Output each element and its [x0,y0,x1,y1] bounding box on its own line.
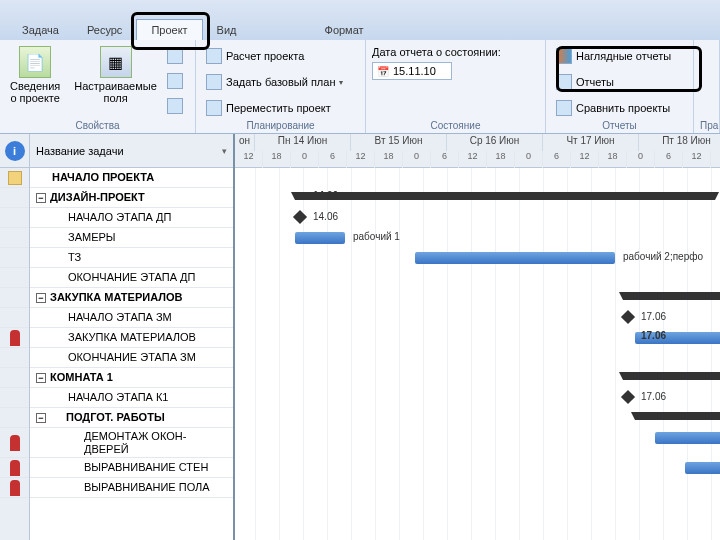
task-name: ДЕМОНТАЖ ОКОН-ДВЕРЕЙ [36,430,227,454]
flag-icon [8,171,22,185]
timescale-hour: 12 [459,151,487,168]
task-row[interactable]: ТЗ [30,248,233,268]
task-row[interactable]: ЗАКУПКА МАТЕРИАЛОВ [30,328,233,348]
group-status: Дата отчета о состоянии: 📅 15.11.10 Сост… [366,40,546,133]
task-name: НАЧАЛО ЭТАПА ЗМ [36,311,172,323]
timescale-hour: 18 [599,151,627,168]
task-row[interactable]: ВЫРАВНИВАНИЕ СТЕН [30,458,233,478]
status-date-input[interactable]: 📅 15.11.10 [372,62,452,80]
gantt-bar[interactable] [295,192,715,200]
move-project-button[interactable]: Переместить проект [202,98,347,118]
gantt-bar[interactable] [635,412,720,420]
misc-icon-3[interactable] [167,98,183,114]
project-info-button[interactable]: 📄 Сведения о проекте [6,44,64,118]
task-row[interactable]: НАЧАЛО ЭТАПА ЗМ [30,308,233,328]
milestone[interactable] [621,310,635,324]
main-area: i Название задачи ▾ НАЧАЛО ПРОЕКТА−ДИЗАЙ… [0,134,720,540]
task-name: ВЫРАВНИВАНИЕ СТЕН [36,461,208,473]
resource-icon [10,460,20,476]
task-name: ОКОНЧАНИЕ ЭТАПА ЗМ [36,351,196,363]
timescale-day: Ср 16 Июн [447,134,543,151]
group-planning: Расчет проекта Задать базовый план▾ Пере… [196,40,366,133]
gantt-bar[interactable] [415,252,615,264]
tab-task[interactable]: Задача [8,20,73,40]
collapse-icon[interactable]: − [36,373,46,383]
group-tail: Пра [694,40,720,133]
dropdown-icon: ▾ [339,78,343,87]
timescale-hour: 18 [375,151,403,168]
timescale-hour: 6 [543,151,571,168]
timescale-day: Чт 17 Июн [543,134,639,151]
milestone[interactable] [621,390,635,404]
task-row[interactable]: ВЫРАВНИВАНИЕ ПОЛА [30,478,233,498]
ribbon-body: 📄 Сведения о проекте ▦ Настраиваемые пол… [0,40,720,134]
misc-icon-1[interactable] [167,48,183,64]
task-row[interactable]: ОКОНЧАНИЕ ЭТАПА ДП [30,268,233,288]
custom-fields-label: Настраиваемые поля [74,80,157,104]
task-row[interactable]: ОКОНЧАНИЕ ЭТАПА ЗМ [30,348,233,368]
gantt-bar[interactable] [623,372,720,380]
timescale-hour: 6 [319,151,347,168]
task-name: НАЧАЛО ПРОЕКТА [36,171,154,183]
custom-fields-button[interactable]: ▦ Настраиваемые поля [70,44,161,118]
task-name: ТЗ [36,251,81,263]
task-name: НАЧАЛО ЭТАПА ДП [36,211,171,223]
gantt-bar[interactable] [623,292,720,300]
task-row[interactable]: −ЗАКУПКА МАТЕРИАЛОВ [30,288,233,308]
resource-icon [10,480,20,496]
task-row[interactable]: −ПОДГОТ. РАБОТЫ [30,408,233,428]
task-name-column: Название задачи ▾ НАЧАЛО ПРОЕКТА−ДИЗАЙН-… [30,134,235,540]
gantt-chart[interactable]: онПн 14 ИюнВт 15 ИюнСр 16 ИюнЧт 17 ИюнПт… [235,134,720,540]
reports-button[interactable]: Отчеты [552,72,675,92]
ribbon-tabs: Задача Ресурс Проект Вид Формат [0,0,720,40]
task-name: НАЧАЛО ЭТАПА К1 [36,391,168,403]
task-row[interactable]: НАЧАЛО ЭТАПА ДП [30,208,233,228]
bar-label: 17.06 [641,311,666,322]
status-date-label: Дата отчета о состоянии: [372,46,539,58]
misc-icon-2[interactable] [167,73,183,89]
compare-projects-button[interactable]: Сравнить проекты [552,98,675,118]
timescale-day: Вт 15 Июн [351,134,447,151]
task-header[interactable]: Название задачи ▾ [30,134,233,168]
task-row[interactable]: −КОМНАТА 1 [30,368,233,388]
collapse-icon[interactable]: − [36,413,46,423]
gantt-bar[interactable] [295,232,345,244]
task-row[interactable]: ДЕМОНТАЖ ОКОН-ДВЕРЕЙ [30,428,233,458]
tab-resource[interactable]: Ресурс [73,20,136,40]
gantt-bar[interactable] [685,462,720,474]
visual-reports-button[interactable]: Наглядные отчеты [552,46,675,66]
collapse-icon[interactable]: − [36,293,46,303]
calc-project-button[interactable]: Расчет проекта [202,46,347,66]
report-icon [556,74,572,90]
group-reports: Наглядные отчеты Отчеты Сравнить проекты… [546,40,694,133]
bar-label: рабочий 1 [353,231,400,242]
project-info-icon: 📄 [19,46,51,78]
compare-icon [556,100,572,116]
milestone[interactable] [293,210,307,224]
resource-icon [10,330,20,346]
collapse-icon[interactable]: − [36,193,46,203]
calendar-icon: 📅 [377,66,389,77]
timescale-hour: 0 [291,151,319,168]
bar-label: рабочий 2;перфо [623,251,703,262]
timescale-hour: 18 [487,151,515,168]
timescale-hour: 18 [711,151,720,168]
tab-format[interactable]: Формат [311,20,378,40]
task-name: ОКОНЧАНИЕ ЭТАПА ДП [36,271,195,283]
baseline-icon [206,74,222,90]
task-row[interactable]: −ДИЗАЙН-ПРОЕКТ [30,188,233,208]
task-name: КОМНАТА 1 [50,371,113,383]
tab-view[interactable]: Вид [203,20,251,40]
timescale-hour: 18 [263,151,291,168]
tab-project[interactable]: Проект [136,19,202,40]
timescale-hour: 6 [655,151,683,168]
task-row[interactable]: ЗАМЕРЫ [30,228,233,248]
group-properties-label: Свойства [6,118,189,131]
task-row[interactable]: НАЧАЛО ПРОЕКТА [30,168,233,188]
set-baseline-button[interactable]: Задать базовый план▾ [202,72,347,92]
timescale-day: Пн 14 Июн [255,134,351,151]
filter-dropdown-icon[interactable]: ▾ [222,146,227,156]
task-row[interactable]: НАЧАЛО ЭТАПА К1 [30,388,233,408]
task-name: ЗАМЕРЫ [36,231,116,243]
gantt-bar[interactable] [655,432,720,444]
